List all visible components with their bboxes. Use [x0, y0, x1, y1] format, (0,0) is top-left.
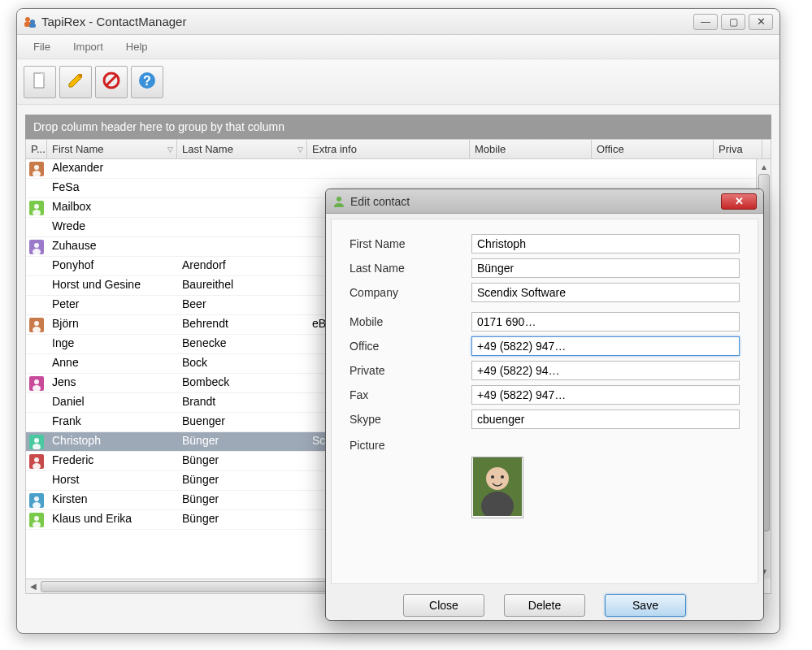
cell: Arendorf — [177, 257, 307, 275]
table-row[interactable]: Alexander — [26, 159, 771, 179]
input-last-name[interactable] — [471, 258, 740, 278]
cell: Zuhause — [47, 237, 177, 256]
dialog-titlebar[interactable]: Edit contact ✕ — [326, 189, 763, 214]
svg-rect-3 — [29, 24, 36, 28]
input-mobile[interactable] — [471, 312, 740, 332]
cell: Christoph — [47, 432, 177, 451]
row-avatar-cell — [26, 335, 47, 353]
cell: Frederic — [47, 452, 177, 470]
cell: Bünger — [177, 452, 307, 470]
column-last-name[interactable]: Last Name — [177, 140, 307, 158]
label-mobile: Mobile — [350, 315, 471, 328]
cell: Peter — [47, 296, 177, 314]
cell: Wrede — [47, 218, 177, 236]
label-company: Company — [350, 286, 471, 299]
column-private[interactable]: Priva — [714, 140, 762, 158]
maximize-button[interactable]: ▢ — [721, 14, 745, 30]
row-avatar-cell — [26, 491, 47, 509]
cell: Kirsten — [47, 491, 177, 509]
row-avatar-cell — [26, 393, 47, 412]
input-office[interactable] — [471, 336, 740, 356]
avatar-icon — [29, 318, 44, 332]
input-skype[interactable] — [471, 410, 740, 429]
menu-import[interactable]: Import — [63, 37, 113, 56]
cell: Anne — [47, 354, 177, 373]
group-header[interactable]: Drop column header here to group by that… — [25, 115, 771, 139]
row-avatar-cell — [26, 257, 47, 275]
save-button[interactable]: Save — [605, 594, 686, 617]
svg-point-13 — [34, 165, 39, 170]
label-fax: Fax — [350, 388, 471, 401]
cell: Brandt — [177, 393, 307, 412]
cell: Bünger — [177, 432, 307, 451]
close-button[interactable]: ✕ — [749, 14, 773, 30]
column-mobile[interactable]: Mobile — [470, 140, 592, 158]
delete-button[interactable] — [95, 66, 128, 98]
cell: Beer — [177, 296, 307, 314]
horizontal-scroll-thumb[interactable] — [41, 581, 350, 592]
scroll-up-arrow[interactable]: ▲ — [757, 159, 771, 174]
dialog-close-button[interactable]: ✕ — [721, 193, 757, 210]
cell: Baureithel — [177, 276, 307, 295]
input-private[interactable] — [471, 361, 740, 380]
cell: Mailbox — [47, 198, 177, 217]
dialog-title: Edit contact — [350, 195, 721, 208]
minimize-button[interactable]: — — [693, 14, 718, 30]
edit-button[interactable] — [59, 66, 92, 98]
input-first-name[interactable] — [471, 234, 740, 254]
close-button[interactable]: Close — [403, 594, 484, 617]
cell: Bünger — [177, 510, 307, 529]
cell — [307, 159, 470, 178]
column-extra-info[interactable]: Extra info — [307, 140, 470, 158]
scroll-left-arrow[interactable]: ◀ — [26, 579, 41, 594]
avatar-icon — [29, 376, 44, 391]
input-fax[interactable] — [471, 385, 740, 405]
app-icon — [24, 15, 37, 28]
cell: Björn — [47, 315, 177, 334]
cell: Benecke — [177, 335, 307, 353]
svg-text:?: ? — [143, 74, 151, 88]
menu-help[interactable]: Help — [116, 37, 158, 56]
delete-button[interactable]: Delete — [504, 594, 585, 617]
help-button[interactable]: ? — [131, 66, 163, 98]
label-last-name: Last Name — [350, 262, 471, 275]
menu-file[interactable]: File — [24, 37, 60, 56]
cell — [714, 159, 762, 178]
cell — [470, 159, 592, 178]
cell: FeSa — [47, 179, 177, 197]
titlebar[interactable]: TapiRex - ContactManager — ▢ ✕ — [17, 9, 779, 35]
svg-point-16 — [34, 204, 39, 209]
cell: Bock — [177, 354, 307, 373]
input-company[interactable] — [471, 283, 740, 302]
svg-point-43 — [491, 475, 494, 479]
row-avatar-cell — [26, 296, 47, 314]
cell: Inge — [47, 335, 177, 353]
cell: Klaus und Erika — [47, 510, 177, 529]
cell — [177, 237, 307, 256]
grid-header: P... First Name Last Name Extra info Mob… — [26, 140, 771, 159]
svg-point-37 — [34, 516, 39, 521]
row-avatar-cell — [26, 276, 47, 295]
cell — [177, 159, 307, 178]
column-picture[interactable]: P... — [26, 140, 47, 158]
row-avatar-cell — [26, 374, 47, 392]
toolbar: ? — [17, 59, 779, 105]
column-first-name[interactable]: First Name — [47, 140, 177, 158]
dialog-footer: Close Delete Save — [326, 589, 763, 625]
row-avatar-cell — [26, 432, 47, 451]
svg-point-44 — [501, 475, 504, 479]
new-button[interactable] — [24, 66, 56, 98]
picture-box[interactable] — [471, 457, 523, 518]
column-office[interactable]: Office — [592, 140, 714, 158]
row-avatar-cell — [26, 510, 47, 529]
cell — [592, 159, 714, 178]
person-icon — [332, 195, 345, 208]
cell: Bünger — [177, 491, 307, 509]
row-avatar-cell — [26, 179, 47, 197]
svg-point-41 — [486, 467, 509, 490]
row-avatar-cell — [26, 471, 47, 490]
dialog-body: First Name Last Name Company Mobile Offi… — [331, 219, 758, 584]
contact-photo — [473, 457, 522, 518]
row-avatar-cell — [26, 159, 47, 178]
svg-point-31 — [34, 457, 39, 462]
